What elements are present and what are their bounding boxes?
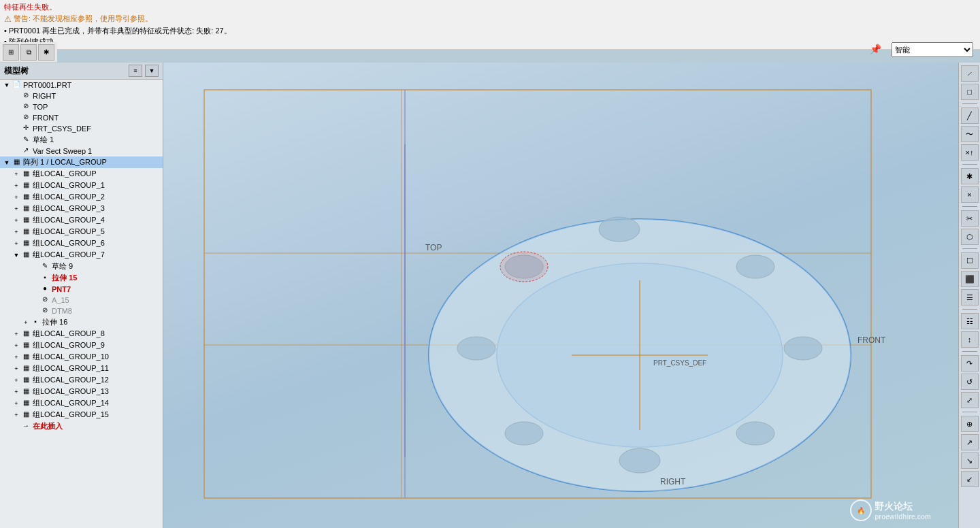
tree-icon-grp6: ▦ [20,239,31,248]
tree-item-grp6[interactable]: +▦组LOCAL_GROUP_6 [0,237,163,249]
tree-expander-grp7[interactable]: ▼ [12,252,20,259]
right-toolbar-btn-14[interactable]: ↷ [961,355,979,372]
svg-point-13 [736,422,774,445]
toolbar-btn-2[interactable]: ⧉ [20,44,37,61]
right-toolbar-btn-6[interactable]: × [961,186,979,203]
tree-icon-grp11: ▦ [20,364,31,374]
tree-item-grp14[interactable]: +▦组LOCAL_GROUP_14 [0,397,163,409]
right-toolbar-btn-12[interactable]: ☷ [961,313,979,329]
tree-expander-grp8[interactable]: + [12,331,20,337]
tree-item-grp9[interactable]: +▦组LOCAL_GROUP_9 [0,340,163,351]
tree-item-extrude15[interactable]: ▪拉伸 15 [0,272,163,284]
right-toolbar-btn-18[interactable]: ↗ [961,434,979,450]
tree-label-a15: A_15 [52,296,69,304]
tree-expander-root[interactable]: ▼ [3,82,11,88]
tree-item-dtm8[interactable]: ⊘DTM8 [0,306,163,316]
right-toolbar-btn-4[interactable]: ×↑ [961,144,979,161]
svg-point-16 [457,337,495,360]
tree-expander-array1[interactable]: ▼ [3,159,11,166]
tree-item-grp15[interactable]: +▦组LOCAL_GROUP_15 [0,409,163,420]
model-view-svg: TOP FRONT RIGHT PRT_CSYS_DEF [163,63,958,528]
right-toolbar-btn-20[interactable]: ↙ [961,471,979,487]
tree-label-grp7: 组LOCAL_GROUP_7 [33,250,105,260]
toolbar-btn-3[interactable]: ✱ [38,44,54,61]
tree-header: 模型树 ≡ ▼ [0,63,163,80]
tree-expander-grp14[interactable]: + [12,400,20,407]
tree-item-grp10[interactable]: +▦组LOCAL_GROUP_10 [0,351,163,363]
tree-item-sketch1[interactable]: ✎草绘 1 [0,134,163,146]
tree-icon-dtm8: ⊘ [39,306,50,316]
viewport[interactable]: TOP FRONT RIGHT PRT_CSYS_DEF 🔥 野火论坛 proe… [163,63,958,528]
tree-item-insert[interactable]: →在此插入 [0,420,163,432]
tree-item-grp2[interactable]: +▦组LOCAL_GROUP_2 [0,191,163,203]
tree-item-prt_csys[interactable]: ✛PRT_CSYS_DEF [0,123,163,134]
right-toolbar-btn-2[interactable]: ╱ [961,108,979,124]
right-toolbar-btn-11[interactable]: ☰ [961,289,979,306]
tree-expander-grp10[interactable]: + [12,354,20,361]
tree-item-grp11[interactable]: +▦组LOCAL_GROUP_11 [0,363,163,374]
tree-item-grp1[interactable]: +▦组LOCAL_GROUP_1 [0,180,163,191]
tree-filter-btn[interactable]: ▼ [145,65,159,77]
tree-item-a15[interactable]: ⊘A_15 [0,295,163,306]
right-toolbar-btn-10[interactable]: ⬛ [961,271,979,287]
right-toolbar-btn-5[interactable]: ✱ [961,168,979,184]
tree-expander-grp1[interactable]: + [12,182,20,189]
right-toolbar-btn-1[interactable]: □ [961,84,979,100]
toolbar: ⊞ ⧉ ✱ [0,42,57,63]
tree-settings-btn[interactable]: ≡ [129,65,142,77]
tree-label-extrude15: 拉伸 15 [52,273,77,283]
right-toolbar-btn-0[interactable]: ⟋ [961,65,979,82]
tree-expander-grp11[interactable]: + [12,365,20,372]
tree-item-top[interactable]: ⊘TOP [0,101,163,112]
tree-expander-grp5[interactable]: + [12,229,20,235]
tree-expander-grp15[interactable]: + [12,412,20,418]
right-toolbar-btn-16[interactable]: ⤢ [961,392,979,408]
right-toolbar-btn-13[interactable]: ↕ [961,331,979,348]
tree-label-front: FRONT [33,114,59,122]
tree-scroll-area[interactable]: ▼📄PRT0001.PRT⊘RIGHT⊘TOP⊘FRONT✛PRT_CSYS_D… [0,80,163,526]
tree-item-sketch9[interactable]: ✎草绘 9 [0,261,163,272]
tree-item-grp13[interactable]: +▦组LOCAL_GROUP_13 [0,386,163,397]
model-tree-panel: 模型树 ≡ ▼ ▼📄PRT0001.PRT⊘RIGHT⊘TOP⊘FRONT✛PR… [0,63,163,528]
tree-item-varsect[interactable]: ↗Var Sect Sweep 1 [0,146,163,156]
right-toolbar-btn-9[interactable]: ☐ [961,252,979,269]
tree-expander-extrude16[interactable]: + [22,319,30,326]
tree-item-grp12[interactable]: +▦组LOCAL_GROUP_12 [0,374,163,386]
tree-item-root[interactable]: ▼📄PRT0001.PRT [0,80,163,90]
tree-expander-grp13[interactable]: + [12,389,20,395]
tree-item-grp8[interactable]: +▦组LOCAL_GROUP_8 [0,328,163,340]
right-toolbar-btn-17[interactable]: ⊕ [961,416,979,432]
tree-expander-grp9[interactable]: + [12,342,20,349]
smart-dropdown[interactable]: 智能 选项1 选项2 [892,42,973,57]
right-toolbar-btn-15[interactable]: ↺ [961,374,979,390]
tree-expander-grp4[interactable]: + [12,217,20,224]
tree-item-grp3[interactable]: +▦组LOCAL_GROUP_3 [0,203,163,214]
tree-item-right[interactable]: ⊘RIGHT [0,90,163,101]
tree-item-grp5[interactable]: +▦组LOCAL_GROUP_5 [0,226,163,237]
tree-item-pnt7[interactable]: ●PNT7 [0,284,163,295]
tree-icon-grp8: ▦ [20,329,31,339]
right-toolbar-btn-7[interactable]: ✂ [961,210,979,227]
tree-label-grp11: 组LOCAL_GROUP_11 [33,363,109,374]
tree-label-grp8: 组LOCAL_GROUP_8 [33,329,105,339]
right-toolbar-btn-3[interactable]: 〜 [961,126,979,142]
right-toolbar-btn-19[interactable]: ↘ [961,452,979,469]
svg-text:TOP: TOP [425,243,442,252]
tree-expander-grp2[interactable]: + [12,194,20,201]
tree-item-extrude16[interactable]: +▪拉伸 16 [0,316,163,328]
tree-item-grp4[interactable]: +▦组LOCAL_GROUP_4 [0,214,163,226]
tree-expander-grp6[interactable]: + [12,240,20,247]
tree-item-grp0[interactable]: +▦组LOCAL_GROUP [0,168,163,180]
toolbar-btn-1[interactable]: ⊞ [3,44,19,61]
tree-label-grp3: 组LOCAL_GROUP_3 [33,203,105,214]
tree-expander-grp12[interactable]: + [12,377,20,384]
tree-item-grp7[interactable]: ▼▦组LOCAL_GROUP_7 [0,249,163,261]
tree-label-prt_csys: PRT_CSYS_DEF [33,125,91,133]
tree-label-grp14: 组LOCAL_GROUP_14 [33,398,109,408]
tree-item-front[interactable]: ⊘FRONT [0,112,163,123]
tree-item-array1[interactable]: ▼▦阵列 1 / LOCAL_GROUP [0,156,163,168]
tree-expander-grp3[interactable]: + [12,205,20,212]
tree-expander-grp0[interactable]: + [12,171,20,178]
right-toolbar-btn-8[interactable]: ⬡ [961,229,979,245]
pin-icon[interactable]: 📌 [870,44,881,54]
